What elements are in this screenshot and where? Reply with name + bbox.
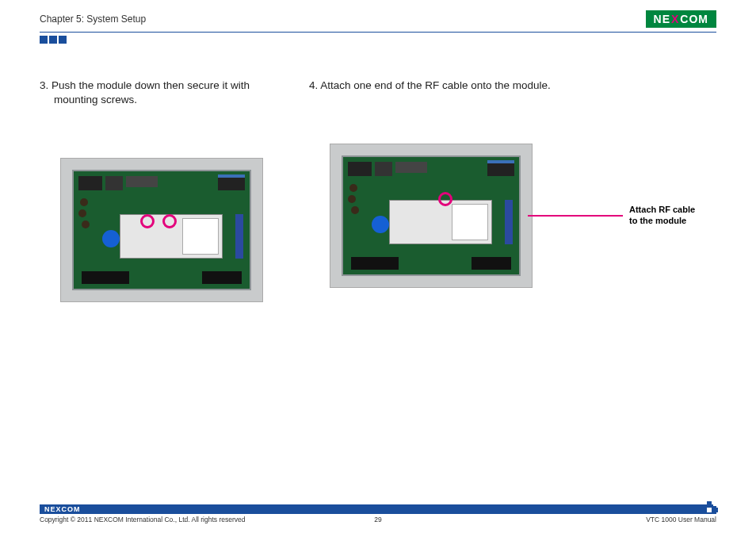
decorative-squares [40,36,716,44]
copyright-text: Copyright © 2011 NEXCOM International Co… [40,516,246,523]
logo-part-x: X [671,13,679,25]
footer-logo: NEXCOM [44,505,81,513]
callout-line-1: Attach RF cable [629,205,695,214]
board-photo-2 [330,144,533,288]
callout-line-2: to the module [629,216,686,225]
doc-title: VTC 1000 User Manual [646,516,716,523]
logo-part-left: NE [654,13,670,25]
left-column: 3. Push the module down then secure it w… [40,79,290,302]
right-column: 4. Attach one end of the RF cable onto t… [309,79,716,302]
step-4-text: 4. Attach one end of the RF cable onto t… [309,79,716,93]
figure-step-3 [40,158,290,302]
callout-label: Attach RF cable to the module [629,205,716,227]
chapter-title: Chapter 5: System Setup [40,13,146,25]
brand-logo: NEXCOM [646,10,716,28]
figure-step-4: Attach RF cable to the module [309,144,716,288]
page-footer: NEXCOM Copyright © 2011 NEXCOM Internati… [40,504,716,523]
board-photo-1 [60,158,263,302]
page-number: 29 [374,516,381,523]
step-3-text: 3. Push the module down then secure it w… [40,79,290,107]
logo-part-right: COM [680,13,708,25]
callout-leader-line [528,215,623,217]
footer-decorative-squares [707,501,718,512]
header-rule [40,32,716,33]
